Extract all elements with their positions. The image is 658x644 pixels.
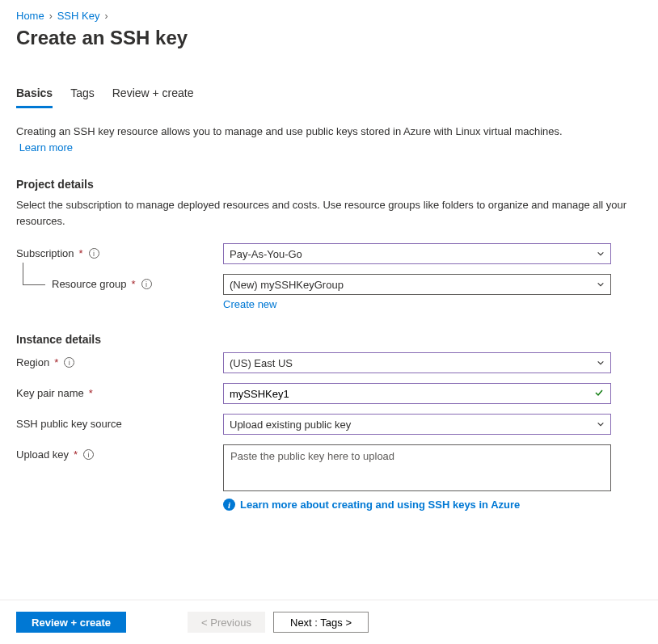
info-badge-icon: i	[223, 499, 235, 511]
check-icon	[593, 387, 605, 401]
project-details-desc: Select the subscription to manage deploy…	[16, 197, 642, 229]
subscription-label-text: Subscription	[16, 247, 74, 259]
subscription-label: Subscription * i	[16, 243, 223, 259]
breadcrumb: Home › SSH Key ›	[16, 10, 642, 22]
chevron-right-icon: ›	[104, 11, 108, 22]
upload-key-label-text: Upload key	[16, 448, 69, 461]
region-value: (US) East US	[230, 357, 293, 369]
chevron-down-icon	[597, 250, 605, 258]
create-new-rg-link[interactable]: Create new	[223, 298, 276, 310]
keypair-name-label: Key pair name *	[16, 383, 223, 399]
required-asterisk: *	[54, 356, 58, 368]
keypair-name-input[interactable]	[223, 383, 611, 404]
subscription-select[interactable]: Pay-As-You-Go	[223, 243, 611, 264]
ssh-source-label-text: SSH public key source	[16, 418, 122, 430]
region-select[interactable]: (US) East US	[223, 352, 611, 373]
resource-group-label-text: Resource group	[52, 278, 127, 290]
resource-group-value: (New) mySSHKeyGroup	[230, 279, 344, 291]
chevron-down-icon	[597, 280, 605, 288]
chevron-down-icon	[597, 359, 605, 367]
tab-tags[interactable]: Tags	[70, 82, 95, 108]
chevron-down-icon	[597, 420, 605, 428]
ssh-source-value: Upload existing public key	[230, 419, 351, 431]
previous-button: < Previous	[188, 612, 265, 633]
keypair-name-label-text: Key pair name	[16, 387, 84, 399]
tree-connector	[23, 263, 45, 285]
intro-text: Creating an SSH key resource allows you …	[16, 124, 642, 155]
required-asterisk: *	[132, 278, 136, 290]
info-icon[interactable]: i	[64, 357, 74, 368]
keypair-name-field[interactable]	[230, 388, 593, 400]
required-asterisk: *	[74, 448, 78, 461]
footer-bar: Review + create < Previous Next : Tags >	[0, 600, 658, 644]
info-icon[interactable]: i	[83, 449, 94, 460]
region-label: Region * i	[16, 352, 223, 368]
upload-key-label: Upload key * i	[16, 444, 223, 461]
breadcrumb-sshkey[interactable]: SSH Key	[57, 10, 100, 22]
chevron-right-icon: ›	[49, 11, 53, 22]
tab-bar: Basics Tags Review + create	[16, 82, 642, 109]
info-icon[interactable]: i	[89, 248, 99, 259]
breadcrumb-home[interactable]: Home	[16, 10, 44, 22]
ssh-help-link[interactable]: Learn more about creating and using SSH …	[240, 499, 520, 511]
tab-review-create[interactable]: Review + create	[112, 82, 194, 108]
next-button[interactable]: Next : Tags >	[273, 612, 369, 633]
ssh-source-label: SSH public key source	[16, 414, 223, 430]
required-asterisk: *	[79, 247, 83, 259]
ssh-source-select[interactable]: Upload existing public key	[223, 414, 611, 435]
learn-more-link[interactable]: Learn more	[19, 141, 73, 154]
resource-group-select[interactable]: (New) mySSHKeyGroup	[223, 274, 611, 295]
project-details-heading: Project details	[16, 178, 642, 191]
review-create-button[interactable]: Review + create	[16, 612, 126, 633]
region-label-text: Region	[16, 356, 49, 368]
required-asterisk: *	[89, 387, 93, 399]
instance-details-heading: Instance details	[16, 333, 642, 346]
upload-key-textarea[interactable]	[223, 444, 611, 491]
intro-body: Creating an SSH key resource allows you …	[16, 125, 563, 137]
page-title: Create an SSH key	[16, 27, 642, 49]
tab-basics[interactable]: Basics	[16, 82, 53, 108]
subscription-value: Pay-As-You-Go	[230, 248, 302, 260]
info-icon[interactable]: i	[141, 279, 152, 289]
resource-group-label: Resource group * i	[16, 274, 223, 290]
